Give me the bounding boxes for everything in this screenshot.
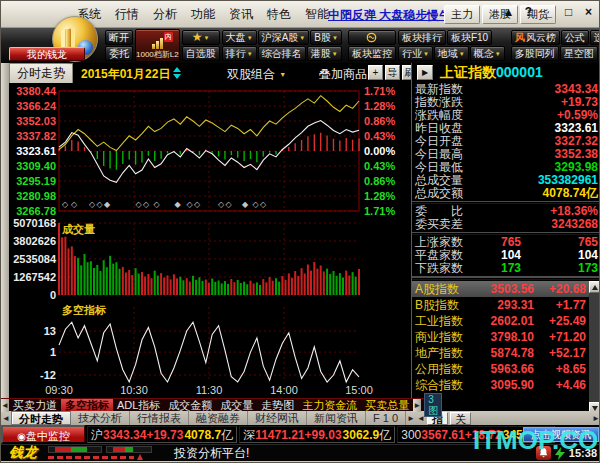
monitor-icon: ◉	[17, 431, 26, 442]
panel-tab-1[interactable]: 关	[450, 412, 471, 425]
indicator-tab-0[interactable]: 买卖力道	[9, 399, 61, 411]
index-name: 综合指数	[415, 377, 463, 393]
qianlong-logo: 钱龙	[0, 444, 46, 462]
scroll-left-icon[interactable]: ◄	[1, 399, 9, 412]
market-button-2[interactable]: B股▼	[310, 30, 342, 45]
scroll-down-icon[interactable]	[589, 402, 600, 411]
disconnect-button[interactable]: 断开	[105, 30, 133, 45]
view-button-1[interactable]: 星空图	[560, 46, 598, 61]
dual-stock-combo[interactable]: 双股组合 ▼	[227, 66, 286, 83]
maximize-icon[interactable]: □	[562, 5, 575, 19]
rollup-icon[interactable]: ▲	[502, 5, 515, 19]
date-control[interactable]: 2015年01月22日	[81, 66, 181, 83]
export-button[interactable]: 导	[385, 65, 400, 80]
tool-button-1[interactable]: 公式	[561, 30, 589, 45]
indicator-tab-4[interactable]: 成交量	[216, 399, 257, 411]
svg-text:2535084: 2535084	[13, 253, 57, 265]
window-frame-left	[1, 63, 9, 411]
close-icon[interactable]: ×	[582, 5, 595, 19]
spinner-icon[interactable]	[173, 67, 181, 79]
breadth-value-2: 173	[521, 262, 598, 275]
quote-value: 3243268	[463, 218, 598, 231]
sector-filter-button-1[interactable]: 地域▼	[434, 46, 469, 61]
page-tab-0[interactable]: 分时走势	[11, 411, 71, 425]
video-news-button[interactable]: 点击视频资讯	[523, 427, 599, 442]
menu-item-2[interactable]: 分析	[153, 6, 177, 23]
index-list-item[interactable]: 地产指数5874.78+52.17	[412, 345, 589, 361]
sector-monitor-icon-button[interactable]	[348, 30, 396, 45]
page-tab-3[interactable]: 融资融券	[189, 411, 248, 425]
minimize-icon[interactable]: _	[542, 5, 555, 19]
market-tab-0[interactable]: 主力	[444, 5, 480, 24]
scroll-right-icon[interactable]: ►	[413, 399, 421, 412]
view-button-0[interactable]: 多股同列	[511, 46, 559, 61]
index-list-item[interactable]: 综合指数3095.90+4.46	[412, 377, 589, 393]
intraday-monitor-button[interactable]: ◉盘中监控	[1, 425, 85, 444]
menu-item-5[interactable]: 特色	[267, 6, 291, 23]
index-change: +4.46	[534, 377, 586, 393]
help-icon[interactable]: ?	[522, 5, 535, 19]
tool-button-2[interactable]: 选股	[590, 30, 600, 45]
sector-filter-button-2[interactable]: 概念▼	[470, 46, 505, 61]
view-tab-intraday[interactable]: 分时走势	[9, 63, 73, 83]
alert-bell-icon[interactable]	[536, 446, 551, 460]
scroll-left-icon[interactable]: ◄	[1, 414, 11, 423]
page-tab-6[interactable]: F 1 0	[366, 411, 406, 425]
pen-icon[interactable]	[555, 447, 565, 460]
index-list-scrollbar[interactable]	[589, 281, 600, 411]
svg-text:◇: ◇	[62, 200, 69, 209]
svg-text:成交量: 成交量	[61, 223, 95, 236]
layout-3chart-button[interactable]: 3图	[424, 393, 442, 417]
tool-button-0[interactable]: 风风云榜	[511, 30, 560, 45]
entrust-button[interactable]: 委托	[105, 46, 133, 61]
scroll-right-icon[interactable]: ►	[406, 414, 416, 423]
move-cross-icon[interactable]: +	[368, 65, 383, 80]
rank-button-2[interactable]: 港股▼	[307, 46, 342, 61]
rank-button-0[interactable]: 排行▼	[222, 46, 257, 61]
index-list-item[interactable]: A股指数3503.56+20.68	[412, 281, 589, 297]
menu-item-1[interactable]: 行情	[115, 6, 139, 23]
indicator-tab-5[interactable]: 走势图	[257, 399, 298, 411]
indicator-tab-3[interactable]: 成交金额	[164, 399, 216, 411]
index-value: 3798.10	[463, 329, 534, 345]
index-change: +25.49	[534, 313, 586, 329]
sector-button-0[interactable]: 板块排行	[398, 30, 446, 45]
page-tab-5[interactable]: 新闻资讯	[307, 411, 366, 425]
watchlist-button[interactable]: 自选股	[182, 46, 220, 61]
menu-item-4[interactable]: 资讯	[229, 6, 253, 23]
menu-item-3[interactable]: 功能	[191, 6, 215, 23]
indicator-tab-6[interactable]: 主力资金流	[298, 399, 361, 411]
watchlist-star-button[interactable]: ★▼	[182, 30, 220, 45]
up-arrow-icon	[137, 454, 143, 460]
svg-text:13: 13	[44, 325, 56, 337]
index-list-item[interactable]: B股指数293.31+1.77	[412, 297, 589, 313]
page-tab-4[interactable]: 财经网讯	[248, 411, 307, 425]
page-tab-2[interactable]: 行情报表	[130, 411, 189, 425]
indicator-tab-1[interactable]: 多空指标	[61, 399, 113, 411]
index-list-item[interactable]: 工业指数2602.01+25.49	[412, 313, 589, 329]
level2-button[interactable]: 内 1000档新L2	[135, 29, 180, 62]
menu-item-6[interactable]: 智能	[305, 6, 329, 23]
market-code: 300	[401, 427, 421, 443]
panel-scroll-right-icon[interactable]: ►	[591, 414, 600, 423]
scroll-up-icon[interactable]	[589, 281, 600, 293]
market-button-1[interactable]: 沪深A股▼	[258, 30, 310, 45]
sector-filter-button-0[interactable]: 行业▼	[398, 46, 433, 61]
index-value: 5963.66	[463, 361, 534, 377]
indicator-tab-2[interactable]: ADL指标	[113, 399, 164, 411]
bar-chart-icon	[152, 37, 163, 49]
index-list-item[interactable]: 公用指数5963.66+8.65	[412, 361, 589, 377]
market-value: 3567.61+18.72	[421, 427, 501, 443]
market-button-0[interactable]: 大盘▼	[222, 30, 257, 45]
quote-label: 总成交额	[415, 187, 463, 200]
my-qianlong-button[interactable]: 我的钱龙	[9, 47, 85, 61]
sector-button-1[interactable]: 板块F10	[447, 30, 492, 45]
rank-button-1[interactable]: 综合排名	[258, 46, 306, 61]
expand-panel-button[interactable]: ▶	[417, 65, 433, 80]
index-name: 地产指数	[415, 345, 463, 361]
page-tab-1[interactable]: 技术分析	[71, 411, 130, 425]
index-list-item[interactable]: 商业指数3798.10+71.20	[412, 329, 589, 345]
sector-monitor-button[interactable]: 板块监控	[348, 46, 396, 61]
market-amount: 4078.7	[184, 427, 221, 443]
indicator-tab-7[interactable]: 买卖总量	[361, 399, 413, 411]
